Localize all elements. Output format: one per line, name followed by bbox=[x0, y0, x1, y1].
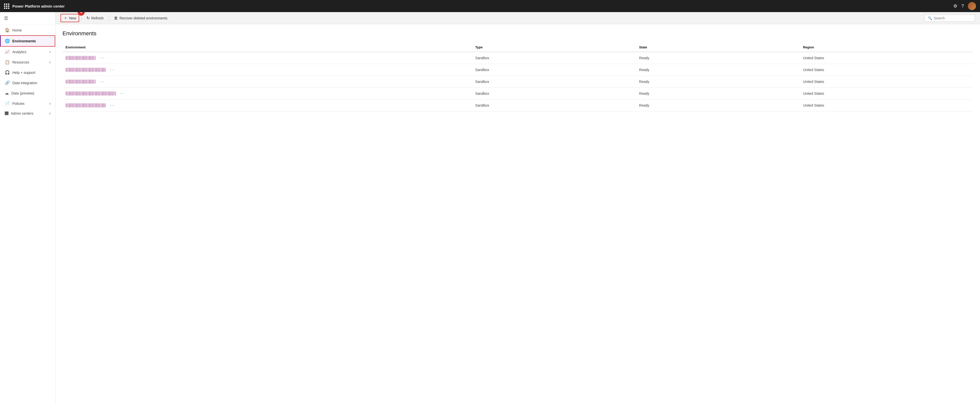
topbar-right: ⚙ ? bbox=[953, 2, 976, 10]
data-preview-icon: ☁ bbox=[5, 91, 9, 95]
env-region: United States bbox=[800, 76, 973, 88]
env-region: United States bbox=[800, 52, 973, 64]
sidebar-label-environments: Environments bbox=[12, 39, 51, 43]
table-row[interactable]: ··· Sandbox Ready United States bbox=[62, 76, 973, 88]
environments-table: Environment Type State Region bbox=[62, 43, 973, 111]
env-name-blurred bbox=[65, 56, 96, 60]
sidebar-item-admin-centers[interactable]: 🅰 Admin centers ∨ bbox=[0, 109, 55, 118]
env-type: Sandbox bbox=[472, 100, 636, 111]
help-support-icon: 🎧 bbox=[5, 70, 10, 75]
env-state: Ready bbox=[636, 88, 800, 100]
col-header-region: Region bbox=[800, 43, 973, 52]
avatar[interactable] bbox=[968, 2, 976, 10]
env-region: United States bbox=[800, 64, 973, 76]
table-row[interactable]: ··· Sandbox Ready United States bbox=[62, 100, 973, 111]
new-button-label: New bbox=[69, 16, 76, 20]
sidebar-item-environments[interactable]: 3 🌐 Environments bbox=[0, 35, 55, 47]
sidebar-label-help-support: Help + support bbox=[12, 71, 51, 75]
page-content: Environments Environment Type State bbox=[56, 24, 980, 404]
table-row[interactable]: ··· Sandbox Ready United States bbox=[62, 88, 973, 100]
data-integration-icon: 🔗 bbox=[5, 80, 10, 85]
sidebar-label-data-integration: Data integration bbox=[12, 81, 51, 85]
sidebar: ☰ 🏠 Home 3 🌐 Environments 📈 Analytics ∨ … bbox=[0, 12, 56, 404]
environments-icon: 🌐 bbox=[5, 38, 10, 43]
table-body: ··· Sandbox Ready United States ··· bbox=[62, 52, 973, 111]
waffle-icon[interactable] bbox=[4, 3, 10, 9]
page-title: Environments bbox=[62, 30, 973, 37]
toolbar-divider-1 bbox=[81, 15, 81, 21]
refresh-button-label: Refresh bbox=[91, 16, 103, 20]
table-header: Environment Type State Region bbox=[62, 43, 973, 52]
sidebar-item-resources[interactable]: 📋 Resources ∨ bbox=[0, 57, 55, 67]
table-row[interactable]: ··· Sandbox Ready United States bbox=[62, 52, 973, 64]
env-name-cell: ··· bbox=[62, 52, 472, 64]
col-header-environment: Environment bbox=[62, 43, 472, 52]
resources-chevron-icon: ∨ bbox=[49, 60, 51, 64]
more-options-button[interactable]: ··· bbox=[108, 67, 116, 73]
search-input[interactable] bbox=[934, 16, 969, 20]
more-options-button[interactable]: ··· bbox=[98, 79, 106, 84]
sidebar-label-home: Home bbox=[12, 28, 51, 32]
env-name-blurred bbox=[65, 91, 116, 95]
sidebar-item-analytics[interactable]: 📈 Analytics ∨ bbox=[0, 47, 55, 57]
content-area: 4 ＋ New ↻ Refresh 🗑 Recover deleted envi… bbox=[56, 12, 980, 404]
env-region: United States bbox=[800, 88, 973, 100]
admin-centers-chevron-icon: ∨ bbox=[49, 111, 51, 115]
main-layout: ☰ 🏠 Home 3 🌐 Environments 📈 Analytics ∨ … bbox=[0, 12, 980, 404]
sidebar-item-data-integration[interactable]: 🔗 Data integration bbox=[0, 78, 55, 88]
env-type: Sandbox bbox=[472, 52, 636, 64]
env-state: Ready bbox=[636, 64, 800, 76]
sidebar-item-policies[interactable]: 📄 Policies ∨ bbox=[0, 98, 55, 109]
toolbar: 4 ＋ New ↻ Refresh 🗑 Recover deleted envi… bbox=[56, 12, 980, 24]
sidebar-item-help-support[interactable]: 🎧 Help + support bbox=[0, 67, 55, 78]
resources-icon: 📋 bbox=[5, 60, 10, 65]
env-name-cell: ··· bbox=[62, 100, 472, 111]
recover-button[interactable]: 🗑 Recover deleted environments bbox=[111, 14, 170, 22]
col-header-type: Type bbox=[472, 43, 636, 52]
more-options-button[interactable]: ··· bbox=[98, 55, 106, 61]
settings-icon[interactable]: ⚙ bbox=[953, 3, 957, 9]
more-options-button[interactable]: ··· bbox=[118, 91, 126, 96]
sidebar-hamburger[interactable]: ☰ bbox=[0, 12, 55, 25]
home-icon: 🏠 bbox=[5, 28, 10, 32]
sidebar-label-admin-centers: Admin centers bbox=[11, 111, 46, 115]
sidebar-label-resources: Resources bbox=[12, 60, 46, 64]
env-name-blurred bbox=[65, 103, 106, 107]
table-row[interactable]: ··· Sandbox Ready United States bbox=[62, 64, 973, 76]
refresh-icon: ↻ bbox=[86, 16, 90, 21]
env-name-cell: ··· bbox=[62, 76, 472, 88]
env-name-cell: ··· bbox=[62, 88, 472, 100]
env-name-cell: ··· bbox=[62, 64, 472, 76]
sidebar-item-home[interactable]: 🏠 Home bbox=[0, 25, 55, 35]
admin-centers-icon: 🅰 bbox=[5, 111, 8, 115]
topbar-left: Power Platform admin center bbox=[4, 3, 65, 9]
col-header-state: State bbox=[636, 43, 800, 52]
env-state: Ready bbox=[636, 76, 800, 88]
search-box: 🔍 bbox=[924, 14, 975, 22]
env-name-blurred bbox=[65, 68, 106, 72]
more-options-button[interactable]: ··· bbox=[108, 103, 116, 108]
help-icon[interactable]: ? bbox=[961, 3, 964, 9]
plus-icon: ＋ bbox=[64, 15, 68, 21]
sidebar-label-data-preview: Data (preview) bbox=[11, 91, 51, 95]
recover-icon: 🗑 bbox=[114, 16, 118, 21]
env-region: United States bbox=[800, 100, 973, 111]
refresh-button[interactable]: ↻ Refresh bbox=[83, 14, 107, 22]
sidebar-label-analytics: Analytics bbox=[12, 50, 46, 54]
env-type: Sandbox bbox=[472, 64, 636, 76]
policies-icon: 📄 bbox=[5, 101, 10, 106]
policies-chevron-icon: ∨ bbox=[49, 102, 51, 105]
analytics-icon: 📈 bbox=[5, 49, 10, 54]
recover-button-label: Recover deleted environments bbox=[119, 16, 167, 20]
search-icon: 🔍 bbox=[928, 16, 932, 20]
env-state: Ready bbox=[636, 52, 800, 64]
topbar: Power Platform admin center ⚙ ? bbox=[0, 0, 980, 12]
new-button[interactable]: ＋ New bbox=[60, 14, 79, 22]
env-state: Ready bbox=[636, 100, 800, 111]
env-type: Sandbox bbox=[472, 76, 636, 88]
analytics-chevron-icon: ∨ bbox=[49, 50, 51, 54]
sidebar-item-data-preview[interactable]: ☁ Data (preview) bbox=[0, 88, 55, 98]
sidebar-label-policies: Policies bbox=[12, 102, 46, 106]
env-name-blurred bbox=[65, 80, 96, 84]
app-title: Power Platform admin center bbox=[12, 4, 65, 8]
